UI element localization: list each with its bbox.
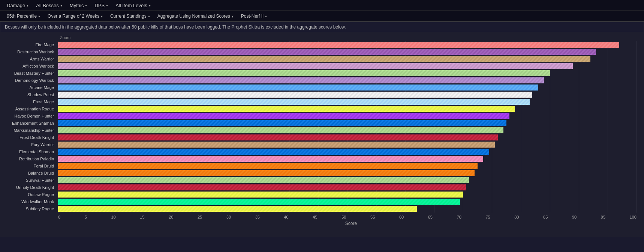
bar-fill bbox=[58, 120, 506, 126]
bar-row: Subtlety Rogue bbox=[58, 205, 637, 212]
x-axis-label: 40 bbox=[284, 215, 289, 219]
x-axis-title: Score bbox=[0, 221, 644, 226]
bar-container bbox=[58, 120, 637, 126]
zoom-label: Zoom bbox=[60, 35, 644, 40]
x-axis-label: 100 bbox=[630, 215, 637, 219]
bar-fill bbox=[58, 142, 495, 148]
dps-dropdown-icon: ▾ bbox=[106, 3, 108, 8]
bar-row: Beast Mastery Hunter bbox=[58, 70, 637, 77]
bar-fill bbox=[58, 199, 460, 205]
bar-label: Survival Hunter bbox=[0, 178, 56, 183]
bar-row: Fire Mage bbox=[58, 41, 637, 48]
bar-container bbox=[58, 113, 637, 119]
bar-container bbox=[58, 170, 637, 176]
bar-fill bbox=[58, 63, 573, 69]
bar-container bbox=[58, 99, 637, 105]
bar-fill bbox=[58, 85, 538, 91]
info-bar: Bosses will only be included in the aggr… bbox=[0, 22, 644, 32]
bar-label: Frost Mage bbox=[0, 100, 56, 104]
x-axis-label: 70 bbox=[457, 215, 461, 219]
bar-label: Elemental Shaman bbox=[0, 149, 56, 154]
bar-row: Arcane Mage bbox=[58, 84, 637, 91]
x-axis: 0510152025303540455055606570758085909510… bbox=[0, 215, 644, 219]
x-axis-label: 80 bbox=[514, 215, 519, 219]
nav-mythic[interactable]: Mythic ▾ bbox=[66, 0, 91, 11]
bar-fill bbox=[58, 170, 475, 176]
bar-container bbox=[58, 142, 637, 148]
bar-fill bbox=[58, 92, 532, 98]
x-axis-label: 60 bbox=[399, 215, 404, 219]
nav-damage[interactable]: Damage ▾ bbox=[3, 0, 32, 11]
bar-label: Balance Druid bbox=[0, 171, 56, 175]
bar-row: Windwalker Monk bbox=[58, 198, 637, 205]
topbar1: Damage ▾ All Bosses ▾ Mythic ▾ DPS ▾ All… bbox=[0, 0, 644, 11]
bar-container bbox=[58, 106, 637, 112]
nav-all-item-levels[interactable]: All Item Levels ▾ bbox=[112, 0, 154, 11]
x-axis-label: 30 bbox=[226, 215, 231, 219]
bar-row: Frost Death Knight bbox=[58, 134, 637, 141]
standings-dropdown-icon: ▾ bbox=[148, 14, 150, 18]
bar-label: Beast Mastery Hunter bbox=[0, 71, 56, 75]
x-axis-label: 0 bbox=[58, 215, 60, 219]
bar-container bbox=[58, 42, 637, 48]
bar-fill bbox=[58, 99, 530, 105]
bar-container bbox=[58, 199, 637, 205]
bar-label: Havoc Demon Hunter bbox=[0, 114, 56, 118]
bar-row: Marksmanship Hunter bbox=[58, 127, 637, 134]
bar-label: Assassination Rogue bbox=[0, 107, 56, 111]
bar-label: Retribution Paladin bbox=[0, 157, 56, 161]
x-axis-label: 15 bbox=[140, 215, 144, 219]
bar-row: Survival Hunter bbox=[58, 177, 637, 184]
bar-row: Demonology Warlock bbox=[58, 77, 637, 84]
bar-container bbox=[58, 92, 637, 98]
bar-label: Fury Warrior bbox=[0, 142, 56, 147]
bar-fill bbox=[58, 56, 590, 62]
bar-label: Marksmanship Hunter bbox=[0, 128, 56, 133]
percentile-dropdown-icon: ▾ bbox=[38, 14, 40, 18]
nav-standings[interactable]: Current Standings ▾ bbox=[106, 11, 154, 21]
bar-fill bbox=[58, 42, 619, 48]
bar-container bbox=[58, 70, 637, 76]
bar-row: Outlaw Rogue bbox=[58, 191, 637, 198]
bar-label: Shadow Priest bbox=[0, 92, 56, 97]
x-axis-label: 20 bbox=[169, 215, 173, 219]
bar-container bbox=[58, 192, 637, 198]
nav-percentile[interactable]: 95th Percentile ▾ bbox=[3, 11, 44, 21]
bar-label: Feral Druid bbox=[0, 164, 56, 168]
x-axis-label: 25 bbox=[198, 215, 202, 219]
nav-range[interactable]: Over a Range of 2 Weeks ▾ bbox=[44, 11, 106, 21]
x-axis-label: 55 bbox=[370, 215, 375, 219]
bar-fill bbox=[58, 70, 550, 76]
bar-row: Feral Druid bbox=[58, 163, 637, 169]
bar-label: Destruction Warlock bbox=[0, 50, 56, 54]
all-item-levels-dropdown-icon: ▾ bbox=[149, 3, 151, 8]
bar-fill bbox=[58, 113, 509, 119]
bar-row: Affliction Warlock bbox=[58, 63, 637, 69]
x-axis-label: 90 bbox=[572, 215, 577, 219]
nav-dps[interactable]: DPS ▾ bbox=[91, 0, 112, 11]
nav-all-bosses[interactable]: All Bosses ▾ bbox=[32, 0, 66, 11]
bar-label: Demonology Warlock bbox=[0, 78, 56, 83]
bar-fill bbox=[58, 134, 498, 140]
bar-fill bbox=[58, 49, 596, 55]
bar-label: Affliction Warlock bbox=[0, 64, 56, 68]
bar-label: Enhancement Shaman bbox=[0, 121, 56, 125]
bar-row: Havoc Demon Hunter bbox=[58, 113, 637, 119]
bar-container bbox=[58, 134, 637, 140]
bar-row: Assassination Rogue bbox=[58, 106, 637, 112]
bar-row: Elemental Shaman bbox=[58, 148, 637, 155]
chart-wrapper: Fire MageDestruction WarlockArms Warrior… bbox=[0, 41, 644, 226]
bar-fill bbox=[58, 177, 469, 183]
bar-row: Enhancement Shaman bbox=[58, 120, 637, 127]
bar-container bbox=[58, 156, 637, 162]
bar-container bbox=[58, 85, 637, 91]
bar-container bbox=[58, 163, 637, 169]
bar-fill bbox=[58, 184, 466, 190]
range-dropdown-icon: ▾ bbox=[101, 14, 103, 18]
nav-postnerf[interactable]: Post-Nerf II ▾ bbox=[237, 11, 271, 21]
bar-label: Frost Death Knight bbox=[0, 135, 56, 140]
x-axis-label: 50 bbox=[341, 215, 346, 219]
aggregate-dropdown-icon: ▾ bbox=[232, 14, 234, 18]
nav-aggregate[interactable]: Aggregate Using Normalized Scores ▾ bbox=[154, 11, 237, 21]
bar-row: Shadow Priest bbox=[58, 91, 637, 98]
